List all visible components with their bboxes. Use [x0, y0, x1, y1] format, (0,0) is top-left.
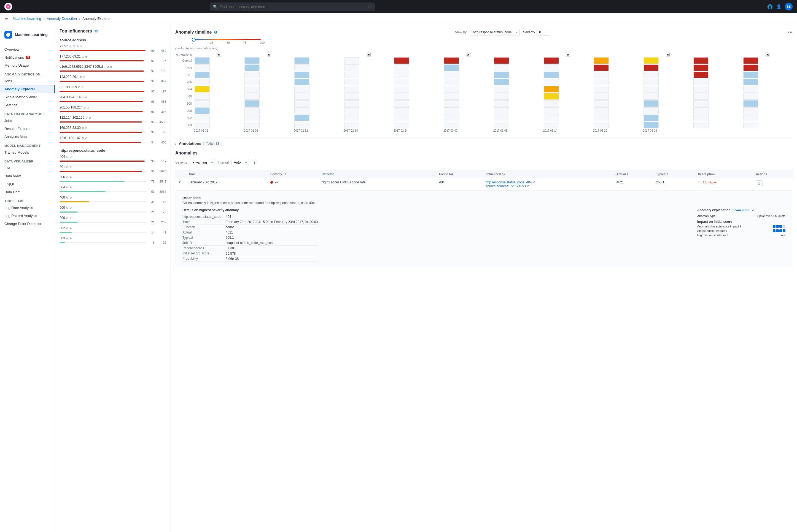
search-input[interactable] [220, 5, 366, 9]
timeline-cell-Overall-10[interactable] [693, 57, 743, 64]
sidebar-item-analytics-map[interactable]: Analytics Map [0, 133, 55, 141]
timeline-cell-200-8[interactable] [593, 107, 643, 114]
timeline-cell-400-1[interactable] [244, 93, 294, 100]
single-bucket-info-icon[interactable]: ℹ [726, 229, 727, 232]
timeline-cell-303-2[interactable] [294, 121, 344, 129]
timeline-cell-500-0[interactable] [194, 100, 244, 107]
timeline-cell-500-9[interactable] [643, 100, 693, 107]
status-filter-2[interactable]: ⊘ [70, 176, 72, 179]
timeline-cell-400-10[interactable] [693, 93, 743, 100]
timeline-cell-404-11[interactable] [743, 64, 793, 71]
timeline-cell-304-8[interactable] [593, 86, 643, 93]
hamburger-menu[interactable]: ☰ [4, 16, 8, 21]
timeline-cell-500-10[interactable] [693, 100, 743, 107]
timeline-cell-404-9[interactable] [643, 64, 693, 71]
timeline-cell-200-1[interactable] [244, 107, 294, 114]
timeline-cell-500-11[interactable] [743, 100, 793, 107]
timeline-cell-Overall-9[interactable] [643, 57, 693, 64]
timeline-cell-404-6[interactable] [493, 64, 543, 71]
timeline-cell-400-7[interactable] [543, 93, 593, 100]
timeline-cell-200-10[interactable] [693, 107, 743, 114]
timeline-cell-500-2[interactable] [294, 100, 344, 107]
timeline-cell-206-11[interactable] [743, 78, 793, 86]
timeline-cell-303-8[interactable] [593, 121, 643, 129]
timeline-cell-Overall-3[interactable] [344, 57, 394, 64]
timeline-cell-Overall-1[interactable] [244, 57, 294, 64]
timeline-cell-302-3[interactable] [344, 114, 394, 121]
timeline-cell-303-6[interactable] [493, 121, 543, 129]
timeline-cell-Overall-5[interactable] [443, 57, 493, 64]
timeline-cell-200-5[interactable] [443, 107, 493, 114]
status-info-0[interactable]: ⊙ [66, 155, 68, 158]
sidebar-item-log-pattern[interactable]: Log Pattern Analysis [0, 212, 55, 220]
row-action-gear[interactable]: ⚙ [756, 180, 763, 187]
timeline-cell-304-6[interactable] [493, 86, 543, 93]
globe-icon[interactable]: 🌐 [767, 4, 773, 10]
influencer-info-7[interactable]: ⊙ [86, 116, 88, 119]
influencer-filter-5[interactable]: ⊘ [85, 96, 87, 99]
sidebar-item-log-rate[interactable]: Log Rate Analysis [0, 204, 55, 212]
sidebar-item-settings[interactable]: Settings [0, 101, 55, 109]
timeline-cell-206-4[interactable] [394, 78, 443, 86]
timeline-cell-206-0[interactable] [194, 78, 244, 86]
sidebar-item-anomaly-explorer[interactable]: Anomaly Explorer [0, 85, 55, 93]
high-variance-info-icon[interactable]: ℹ [727, 234, 728, 237]
timeline-cell-301-2[interactable] [294, 71, 344, 78]
status-filter-0[interactable]: ⊘ [70, 155, 72, 158]
timeline-cell-200-2[interactable] [294, 107, 344, 114]
timeline-cell-404-2[interactable] [294, 64, 344, 71]
timeline-cell-404-10[interactable] [693, 64, 743, 71]
timeline-cell-500-5[interactable] [443, 100, 493, 107]
timeline-cell-303-0[interactable] [194, 121, 244, 129]
annotation-marker-3[interactable]: ▣ [367, 53, 371, 56]
timeline-cell-302-6[interactable] [493, 114, 543, 121]
timeline-cell-302-8[interactable] [593, 114, 643, 121]
timeline-cell-404-8[interactable] [593, 64, 643, 71]
influencer-filter-8[interactable]: ⊘ [85, 127, 87, 129]
timeline-cell-Overall-4[interactable] [394, 57, 443, 64]
annotation-marker-2[interactable]: ▣ [267, 53, 271, 56]
sidebar-item-data-drift[interactable]: Data Drift [0, 188, 55, 196]
status-filter-3[interactable]: ⊘ [70, 186, 72, 189]
status-filter-7[interactable]: ⊘ [70, 227, 72, 230]
timeline-cell-404-4[interactable] [394, 64, 443, 71]
timeline-cell-500-8[interactable] [593, 100, 643, 107]
sidebar-item-notifications[interactable]: Notifications 3 [0, 53, 55, 61]
timeline-cell-200-3[interactable] [344, 107, 394, 114]
influencer-info-4[interactable]: ⊙ [78, 86, 80, 89]
sidebar-item-file[interactable]: File [0, 164, 55, 172]
status-info-5[interactable]: ⊙ [66, 206, 68, 209]
status-info-2[interactable]: ⊙ [66, 176, 68, 179]
influencer-info-0[interactable]: ⊙ [76, 45, 78, 48]
timeline-cell-400-4[interactable] [394, 93, 443, 100]
timeline-cell-200-6[interactable] [493, 107, 543, 114]
initial-score-info-icon[interactable]: ℹ [211, 252, 212, 255]
status-filter-1[interactable]: ⊘ [70, 166, 72, 169]
timeline-cell-304-4[interactable] [394, 86, 443, 93]
timeline-cell-302-11[interactable] [743, 114, 793, 121]
record-score-info-icon[interactable]: ℹ [203, 247, 204, 250]
timeline-cell-404-0[interactable] [194, 64, 244, 71]
timeline-cell-400-3[interactable] [344, 93, 394, 100]
timeline-cell-Overall-7[interactable] [543, 57, 593, 64]
timeline-cell-206-10[interactable] [693, 78, 743, 86]
influencer-info-9[interactable]: ⊙ [82, 137, 84, 139]
timeline-cell-303-7[interactable] [543, 121, 593, 129]
timeline-cell-206-3[interactable] [344, 78, 394, 86]
annotations-toggle[interactable]: › Annotations Total: 21 [175, 141, 793, 146]
influencer-info-8[interactable]: ⊙ [82, 127, 84, 129]
timeline-cell-301-4[interactable] [394, 71, 443, 78]
timeline-cell-404-3[interactable] [344, 64, 394, 71]
user-icon[interactable]: 👤 [776, 4, 782, 10]
influenced-by-link-2[interactable]: source.address: 72.57.0.53 [486, 184, 526, 188]
timeline-cell-303-11[interactable] [743, 121, 793, 129]
timeline-settings-icon[interactable]: ⚙ [214, 30, 217, 34]
sidebar-item-esql[interactable]: ES|QL [0, 180, 55, 188]
annotation-marker-6[interactable]: ▣ [666, 53, 670, 56]
influencers-settings-icon[interactable]: ⚙ [94, 29, 98, 33]
influencer-filter-1[interactable]: ⊘ [85, 55, 87, 58]
breadcrumb-ml[interactable]: Machine Learning [13, 17, 41, 21]
timeline-cell-301-5[interactable] [443, 71, 493, 78]
timeline-cell-404-1[interactable] [244, 64, 294, 71]
learn-more-link[interactable]: Learn more [733, 208, 749, 212]
